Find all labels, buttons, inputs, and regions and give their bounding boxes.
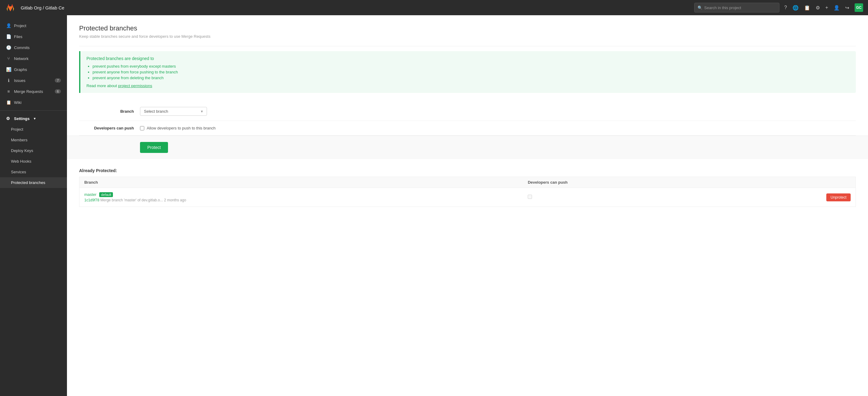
- info-box-list: prevent pushes from everybody except mas…: [87, 64, 850, 80]
- sidebar-item-members[interactable]: Members: [0, 135, 67, 145]
- sidebar-item-protected-branches[interactable]: Protected branches: [0, 177, 67, 188]
- signout-icon[interactable]: ↪: [845, 5, 849, 11]
- globe-icon[interactable]: 🌐: [793, 5, 799, 11]
- search-box[interactable]: 🔍: [694, 3, 779, 12]
- default-badge: default: [99, 192, 113, 197]
- files-icon: 📄: [6, 34, 11, 39]
- commit-line: 1c1d9f78 Merge branch 'master' of dev.gi…: [84, 198, 518, 202]
- search-icon: 🔍: [698, 5, 703, 10]
- topnav-actions: ? 🌐 📋 ⚙ + 👤 ↪ GC: [784, 3, 863, 12]
- info-box-title: Protected branches are designed to: [87, 56, 850, 61]
- branch-field: Select branch ▾: [140, 107, 856, 116]
- sidebar-item-web-hooks[interactable]: Web Hooks: [0, 156, 67, 167]
- issues-icon: ℹ: [6, 78, 11, 83]
- network-label: Network: [14, 56, 29, 61]
- info-item-3: prevent anyone from deleting the branch: [93, 76, 850, 80]
- gitlab-logo[interactable]: [5, 2, 16, 13]
- branch-select-value: Select branch: [144, 109, 168, 114]
- sidebar-item-project-settings[interactable]: Project: [0, 124, 67, 135]
- page-title: Protected branches: [79, 24, 856, 32]
- devs-push-cell: [523, 188, 719, 207]
- actions-cell: Unprotect: [720, 188, 856, 207]
- sidebar: 👤 Project 📄 Files 🕐 Commits ⑂ Network 📊 …: [0, 15, 67, 396]
- already-protected-title: Already Protected:: [79, 168, 856, 173]
- info-box: Protected branches are designed to preve…: [79, 51, 856, 93]
- sidebar-item-merge-requests[interactable]: ≡ Merge Requests 6: [0, 86, 67, 97]
- info-item-2: prevent anyone from force pushing to the…: [93, 70, 850, 74]
- sidebar-item-commits[interactable]: 🕐 Commits: [0, 42, 67, 53]
- branch-select[interactable]: Select branch ▾: [140, 107, 207, 116]
- network-icon: ⑂: [6, 56, 11, 61]
- commits-icon: 🕐: [6, 45, 11, 50]
- main-content: Protected branches Keep stable branches …: [67, 15, 868, 396]
- already-protected-section: Already Protected: Branch Developers can…: [79, 168, 856, 207]
- project-title: Gitlab Org / Gitlab Ce: [21, 5, 689, 10]
- settings-chevron-icon: ▾: [34, 117, 36, 121]
- project-icon: 👤: [6, 23, 11, 28]
- issues-label: Issues: [14, 78, 26, 83]
- settings-icon: ⚙: [6, 116, 11, 121]
- info-item-1: prevent pushes from everybody except mas…: [93, 64, 850, 68]
- branch-label: Branch: [79, 109, 140, 114]
- sidebar-item-deploy-keys[interactable]: Deploy Keys: [0, 145, 67, 156]
- branch-form: Branch Select branch ▾ Developers can pu…: [79, 102, 856, 136]
- sidebar-item-project[interactable]: 👤 Project: [0, 20, 67, 31]
- allow-push-checkbox[interactable]: [140, 126, 144, 131]
- settings-header[interactable]: ⚙ Settings ▾: [0, 113, 67, 124]
- project-settings-label: Project: [11, 127, 23, 132]
- protected-table: Branch Developers can push master defaul…: [79, 177, 856, 207]
- web-hooks-label: Web Hooks: [11, 159, 31, 164]
- developers-push-row: Developers can push Allow developers to …: [79, 121, 856, 136]
- protect-area: Protect: [67, 136, 868, 159]
- sidebar-item-services[interactable]: Services: [0, 167, 67, 177]
- allow-push-field: Allow developers to push to this branch: [140, 126, 856, 131]
- sidebar-item-issues[interactable]: ℹ Issues 7: [0, 75, 67, 86]
- sidebar-item-files[interactable]: 📄 Files: [0, 31, 67, 42]
- branch-cell: master default 1c1d9f78 Merge branch 'ma…: [80, 188, 523, 207]
- page-subtitle: Keep stable branches secure and force de…: [79, 34, 856, 39]
- commit-hash[interactable]: 1c1d9f78: [84, 198, 99, 202]
- branch-row: Branch Select branch ▾: [79, 102, 856, 121]
- divider-1: [79, 46, 856, 46]
- files-label: Files: [14, 34, 22, 39]
- search-input[interactable]: [704, 5, 776, 10]
- branch-name[interactable]: master: [84, 192, 96, 197]
- help-icon[interactable]: ?: [784, 5, 787, 10]
- settings-label: Settings: [14, 116, 30, 121]
- commit-message: Merge branch 'master' of dev.gitlab.o...: [100, 198, 164, 202]
- protect-button[interactable]: Protect: [140, 142, 168, 153]
- merge-requests-badge: 6: [55, 89, 61, 93]
- merge-requests-label: Merge Requests: [14, 89, 43, 94]
- merge-requests-icon: ≡: [6, 89, 11, 94]
- project-permissions-link[interactable]: project permissions: [118, 83, 152, 88]
- avatar[interactable]: GC: [855, 3, 863, 12]
- col-branch: Branch: [80, 177, 523, 188]
- gear-icon[interactable]: ⚙: [816, 5, 820, 11]
- wiki-label: Wiki: [14, 100, 22, 105]
- table-row: master default 1c1d9f78 Merge branch 'ma…: [80, 188, 856, 207]
- sidebar-divider: [0, 110, 67, 111]
- commit-time: 2 months ago: [164, 198, 186, 202]
- copy-icon[interactable]: 📋: [804, 5, 810, 11]
- col-devs-push: Developers can push: [523, 177, 719, 188]
- plus-icon[interactable]: +: [826, 5, 828, 10]
- protected-branches-label: Protected branches: [11, 180, 45, 185]
- read-more-text: Read more about: [87, 83, 118, 88]
- unprotect-button[interactable]: Unprotect: [826, 193, 851, 201]
- deploy-keys-label: Deploy Keys: [11, 148, 33, 153]
- issues-badge: 7: [55, 78, 61, 83]
- chevron-down-icon: ▾: [201, 109, 203, 114]
- col-actions: [720, 177, 856, 188]
- sidebar-item-network[interactable]: ⑂ Network: [0, 53, 67, 64]
- project-label: Project: [14, 24, 26, 28]
- commits-label: Commits: [14, 46, 30, 50]
- graphs-icon: 📊: [6, 67, 11, 72]
- sidebar-item-graphs[interactable]: 📊 Graphs: [0, 64, 67, 75]
- wiki-icon: 📋: [6, 100, 11, 105]
- sidebar-item-wiki[interactable]: 📋 Wiki: [0, 97, 67, 108]
- devs-push-checkbox[interactable]: [528, 195, 532, 199]
- members-label: Members: [11, 138, 27, 142]
- allow-push-checkbox-label[interactable]: Allow developers to push to this branch: [140, 126, 856, 131]
- user-icon[interactable]: 👤: [834, 5, 840, 11]
- services-label: Services: [11, 170, 26, 174]
